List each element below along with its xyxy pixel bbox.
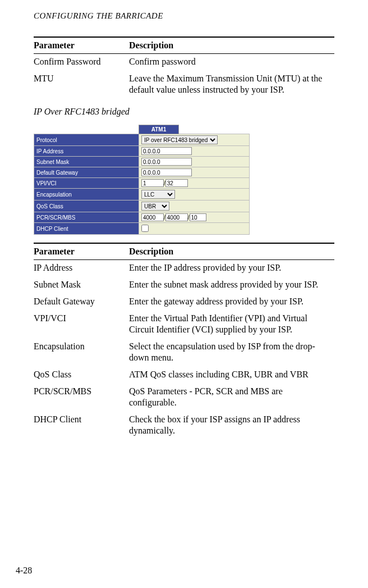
vpi-input[interactable]	[141, 179, 164, 187]
qos-class-select[interactable]: UBR	[141, 202, 169, 211]
page-number: 4-28	[16, 566, 32, 576]
cell-desc: QoS Parameters - PCR, SCR and MBS are co…	[129, 384, 334, 412]
label-protocol: Protocol	[34, 134, 139, 146]
cell-param: IP Address	[34, 260, 129, 277]
table-row: EncapsulationSelect the encapsulation us…	[34, 339, 334, 367]
pcr-input[interactable]	[141, 213, 164, 221]
cell-desc: Check the box if your ISP assigns an IP …	[129, 412, 334, 440]
dhcp-client-checkbox[interactable]	[141, 225, 149, 232]
running-header: CONFIGURING THE BARRICADE	[34, 11, 334, 21]
cell-param: MTU	[34, 71, 129, 99]
section-title: IP Over RFC1483 bridged	[34, 107, 334, 117]
label-encap: Encapsulation	[34, 189, 139, 200]
table-row: DHCP ClientCheck the box if your ISP ass…	[34, 412, 334, 440]
label-gateway: Default Gateway	[34, 167, 139, 178]
th-parameter: Parameter	[34, 243, 129, 260]
cell-param: Confirm Password	[34, 54, 129, 71]
default-gateway-input[interactable]	[141, 168, 192, 176]
label-ip: IP Address	[34, 146, 139, 157]
cell-param: Encapsulation	[34, 339, 129, 367]
cell-param: Subnet Mask	[34, 277, 129, 294]
param-table-1: Parameter Description Confirm Password C…	[34, 37, 334, 99]
mbs-input[interactable]	[190, 213, 206, 221]
cell-desc: Enter the Virtual Path Identifier (VPI) …	[129, 311, 334, 339]
protocol-select[interactable]: IP over RFC1483 bridged	[141, 135, 218, 144]
th-description: Description	[129, 243, 334, 260]
atm-column-header: ATM1	[139, 125, 179, 134]
cell-param: DHCP Client	[34, 412, 129, 440]
cell-desc: Enter the IP address provided by your IS…	[129, 260, 334, 277]
table-row: VPI/VCIEnter the Virtual Path Identifier…	[34, 311, 334, 339]
subnet-mask-input[interactable]	[141, 158, 192, 166]
vci-input[interactable]	[165, 179, 188, 187]
cell-param: QoS Class	[34, 367, 129, 384]
ip-address-input[interactable]	[141, 147, 192, 155]
label-pcr: PCR/SCR/MBS	[34, 212, 139, 223]
th-parameter: Parameter	[34, 37, 129, 54]
table-row: MTU Leave the Maximum Transmission Unit …	[34, 71, 334, 99]
cell-param: PCR/SCR/MBS	[34, 384, 129, 412]
config-screenshot: ATM1 Protocol IP over RFC1483 bridged IP…	[34, 125, 250, 235]
table-row: PCR/SCR/MBSQoS Parameters - PCR, SCR and…	[34, 384, 334, 412]
label-dhcp: DHCP Client	[34, 223, 139, 235]
table-row: Confirm Password Confirm password	[34, 54, 334, 71]
encapsulation-select[interactable]: LLC	[141, 190, 175, 199]
label-vpivci: VPI/VCI	[34, 178, 139, 189]
cell-desc: Enter the gateway address provided by yo…	[129, 294, 334, 311]
cell-desc: Leave the Maximum Transmission Unit (MTU…	[129, 71, 334, 99]
scr-input[interactable]	[165, 213, 188, 221]
table-row: Subnet MaskEnter the subnet mask address…	[34, 277, 334, 294]
cell-param: Default Gateway	[34, 294, 129, 311]
cell-desc: Confirm password	[129, 54, 334, 71]
label-subnet: Subnet Mask	[34, 157, 139, 167]
label-qos: QoS Class	[34, 200, 139, 212]
cell-desc: ATM QoS classes including CBR, UBR and V…	[129, 367, 334, 384]
table-row: QoS ClassATM QoS classes including CBR, …	[34, 367, 334, 384]
table-row: IP AddressEnter the IP address provided …	[34, 260, 334, 277]
cell-param: VPI/VCI	[34, 311, 129, 339]
param-table-2: Parameter Description IP AddressEnter th…	[34, 243, 334, 440]
cell-desc: Enter the subnet mask address provided b…	[129, 277, 334, 294]
cell-desc: Select the encapsulation used by ISP fro…	[129, 339, 334, 367]
th-description: Description	[129, 37, 334, 54]
table-row: Default GatewayEnter the gateway address…	[34, 294, 334, 311]
